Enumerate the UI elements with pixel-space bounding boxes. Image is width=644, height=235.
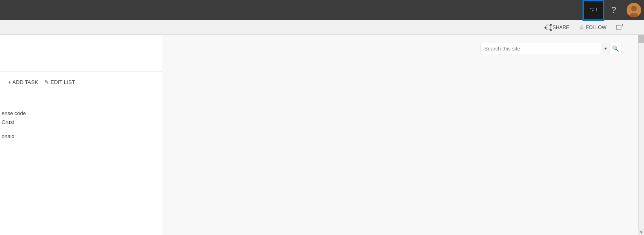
share-icon (545, 25, 551, 30)
edit-list-label: ✎ EDIT LIST (44, 79, 75, 85)
popup-button[interactable] (614, 23, 624, 31)
scrollbar-down-arrow[interactable]: ▼ (638, 229, 644, 235)
popup-icon (616, 25, 621, 29)
scrollbar-thumb[interactable] (638, 35, 644, 43)
share-button[interactable]: SHARE (543, 23, 572, 32)
sub-header-actions: SHARE ☆ FOLLOW (543, 23, 624, 32)
content-line-3: onald (2, 133, 26, 139)
star-icon: ☆ (579, 24, 584, 31)
right-panel: 🔍 ▲ ▼ (162, 35, 644, 235)
left-panel: + ADD TASK ✎ EDIT LIST ense code Crust o… (0, 35, 162, 235)
edit-list-button[interactable]: ✎ EDIT LIST (44, 78, 75, 87)
avatar (627, 3, 641, 17)
content-text-area: ense code Crust onald (0, 109, 26, 139)
search-box (481, 43, 610, 54)
content-line-1: ense code (2, 109, 26, 118)
svg-point-1 (631, 6, 637, 11)
search-icon: 🔍 (612, 45, 619, 52)
follow-label: FOLLOW (586, 25, 606, 30)
task-actions-bar: + ADD TASK ✎ EDIT LIST (8, 78, 75, 87)
hand-icon-button[interactable]: ☜ (583, 0, 604, 20)
help-button[interactable]: ? (604, 0, 624, 20)
horizontal-divider (0, 71, 162, 71)
chevron-down-icon (604, 48, 607, 50)
search-dropdown-button[interactable] (601, 43, 610, 54)
hand-icon: ☜ (589, 5, 597, 15)
search-container: 🔍 (481, 43, 621, 54)
question-mark-icon: ? (611, 5, 616, 15)
search-input[interactable] (481, 43, 601, 54)
top-header: ☜ ? (0, 0, 644, 20)
header-right-actions: ☜ ? (583, 0, 644, 20)
search-submit-button[interactable]: 🔍 (610, 43, 621, 54)
scrollbar: ▲ ▼ (638, 35, 644, 235)
add-task-button[interactable]: + ADD TASK (8, 78, 38, 87)
user-avatar-button[interactable] (624, 0, 644, 20)
follow-button[interactable]: ☆ FOLLOW (576, 23, 609, 32)
add-task-label: + ADD TASK (8, 79, 38, 85)
content-line-2: Crust (2, 118, 26, 126)
sub-header: SHARE ☆ FOLLOW (0, 20, 644, 35)
main-content: + ADD TASK ✎ EDIT LIST ense code Crust o… (0, 35, 644, 235)
share-label: SHARE (553, 25, 569, 30)
